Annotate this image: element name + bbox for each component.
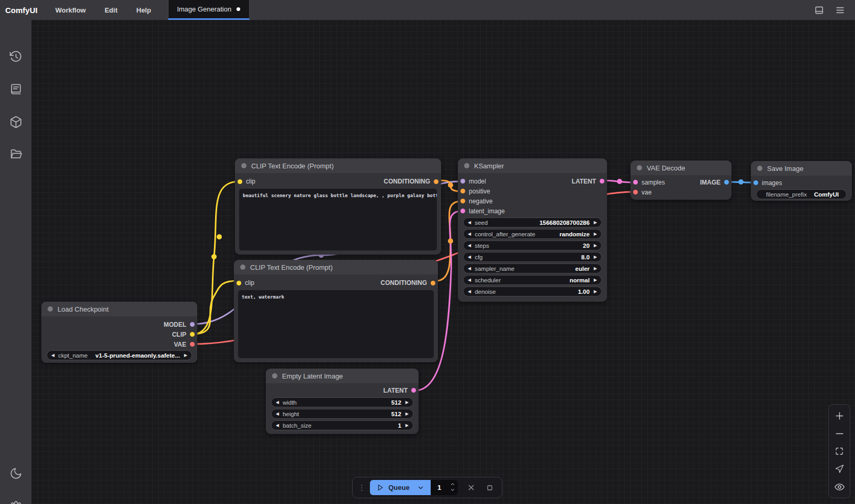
decrement-arrow-icon[interactable]: ◀: [468, 232, 471, 236]
node-empty-latent-image[interactable]: Empty Latent Image LATENT ◀ width 512 ▶ …: [266, 369, 419, 434]
increment-arrow-icon[interactable]: ▶: [594, 290, 597, 294]
widget-filename-prefix[interactable]: filename_prefix ComfyUI: [756, 189, 847, 199]
toggle-bottom-panel-icon[interactable]: [811, 2, 827, 18]
input-port-images[interactable]: [753, 180, 758, 185]
collapse-dot-icon[interactable]: [464, 163, 469, 168]
decrement-arrow-icon[interactable]: ◀: [468, 290, 471, 294]
model-library-cube-icon[interactable]: [5, 111, 26, 132]
widget-control-after-generate[interactable]: ◀ control_after_generate randomize ▶: [463, 229, 602, 239]
widget-batch-size[interactable]: ◀ batch_size 1 ▶: [271, 420, 413, 430]
decrement-arrow-icon[interactable]: ◀: [468, 244, 471, 248]
fit-view-icon[interactable]: [833, 444, 846, 458]
input-port-negative[interactable]: [460, 199, 465, 203]
hamburger-menu-icon[interactable]: [832, 2, 848, 18]
node-title-bar[interactable]: VAE Decode: [631, 161, 732, 175]
drag-handle-icon[interactable]: ⋮: [358, 483, 366, 492]
node-load-checkpoint[interactable]: Load Checkpoint MODEL CLIP VAE ◀ ckpt_na…: [41, 302, 197, 363]
output-port-image[interactable]: [724, 180, 729, 185]
increment-arrow-icon[interactable]: ▶: [594, 244, 597, 248]
zoom-in-icon[interactable]: [833, 409, 846, 422]
prompt-textarea[interactable]: text, watermark: [238, 290, 434, 358]
output-port-conditioning[interactable]: [434, 179, 438, 184]
collapse-dot-icon[interactable]: [637, 165, 642, 170]
node-save-image[interactable]: Save Image images filename_prefix ComfyU…: [751, 161, 852, 201]
decrement-arrow-icon[interactable]: ◀: [276, 423, 279, 428]
increment-arrow-icon[interactable]: ▶: [406, 400, 409, 405]
spinner-down-icon[interactable]: [450, 487, 455, 492]
input-port-vae[interactable]: [633, 190, 638, 194]
chevron-down-icon[interactable]: [417, 484, 424, 491]
output-port-clip[interactable]: [190, 332, 195, 337]
output-port-model[interactable]: [190, 322, 195, 327]
collapse-dot-icon[interactable]: [240, 265, 245, 270]
node-vae-decode[interactable]: VAE Decode samples IMAGE vae: [631, 161, 732, 200]
output-port-conditioning[interactable]: [431, 281, 435, 285]
increment-arrow-icon[interactable]: ▶: [594, 278, 597, 282]
queue-button[interactable]: Queue: [370, 480, 431, 495]
collapse-dot-icon[interactable]: [241, 163, 246, 168]
node-title-bar[interactable]: Load Checkpoint: [41, 302, 197, 316]
decrement-arrow-icon[interactable]: ◀: [468, 267, 471, 271]
select-mode-arrow-icon[interactable]: [833, 462, 846, 476]
node-title-bar[interactable]: Save Image: [751, 161, 852, 176]
workflows-folder-icon[interactable]: [5, 143, 26, 164]
logs-icon[interactable]: [5, 78, 26, 99]
node-clip-text-encode-positive[interactable]: CLIP Text Encode (Prompt) clip CONDITION…: [235, 158, 441, 255]
node-title-bar[interactable]: CLIP Text Encode (Prompt): [235, 158, 441, 173]
node-clip-text-encode-negative[interactable]: CLIP Text Encode (Prompt) clip CONDITION…: [234, 260, 438, 362]
batch-count-field[interactable]: [431, 480, 458, 495]
increment-arrow-icon[interactable]: ▶: [594, 221, 597, 225]
next-option-arrow-icon[interactable]: ▶: [184, 353, 187, 358]
widget-width[interactable]: ◀ width 512 ▶: [271, 397, 413, 407]
widget-scheduler[interactable]: ◀ scheduler normal ▶: [463, 275, 602, 285]
output-port-latent[interactable]: [411, 388, 416, 393]
collapse-dot-icon[interactable]: [272, 373, 277, 379]
decrement-arrow-icon[interactable]: ◀: [468, 255, 471, 259]
input-port-positive[interactable]: [460, 189, 465, 193]
prompt-textarea[interactable]: beautiful scenery nature glass bottle la…: [239, 189, 437, 250]
settings-gear-icon[interactable]: [5, 497, 26, 504]
input-port-model[interactable]: [460, 179, 465, 184]
node-title-bar[interactable]: KSampler: [458, 158, 607, 173]
input-port-clip[interactable]: [238, 179, 242, 184]
decrement-arrow-icon[interactable]: ◀: [468, 221, 471, 225]
menu-workflow[interactable]: Workflow: [46, 0, 95, 20]
node-title-bar[interactable]: CLIP Text Encode (Prompt): [234, 260, 438, 274]
input-port-clip[interactable]: [237, 281, 241, 285]
collapse-dot-icon[interactable]: [48, 306, 53, 312]
widget-steps[interactable]: ◀ steps 20 ▶: [463, 240, 602, 250]
theme-moon-icon[interactable]: [5, 463, 26, 484]
increment-arrow-icon[interactable]: ▶: [594, 232, 597, 236]
clear-queue-icon[interactable]: [465, 480, 478, 495]
stop-icon[interactable]: [483, 480, 497, 495]
input-port-samples[interactable]: [633, 180, 638, 185]
tab-image-generation[interactable]: Image Generation: [168, 0, 250, 20]
increment-arrow-icon[interactable]: ▶: [406, 412, 409, 416]
batch-count-input[interactable]: [431, 484, 447, 491]
toggle-link-visibility-eye-icon[interactable]: [833, 480, 846, 494]
decrement-arrow-icon[interactable]: ◀: [276, 412, 279, 416]
input-port-latent-image[interactable]: [460, 209, 465, 213]
menu-help[interactable]: Help: [127, 0, 161, 20]
menu-edit[interactable]: Edit: [95, 0, 127, 20]
spinner-up-icon[interactable]: [450, 482, 455, 487]
zoom-out-icon[interactable]: [833, 427, 846, 440]
increment-arrow-icon[interactable]: ▶: [594, 267, 597, 271]
prev-option-arrow-icon[interactable]: ◀: [51, 353, 54, 358]
node-graph-canvas[interactable]: [31, 20, 855, 504]
output-port-latent[interactable]: [600, 179, 604, 184]
widget-denoise[interactable]: ◀ denoise 1.00 ▶: [463, 287, 602, 296]
widget-sampler-name[interactable]: ◀ sampler_name euler ▶: [463, 264, 602, 273]
widget-height[interactable]: ◀ height 512 ▶: [271, 409, 413, 419]
widget-ckpt-name[interactable]: ◀ ckpt_name v1-5-pruned-emaonly.safete..…: [47, 350, 192, 360]
decrement-arrow-icon[interactable]: ◀: [468, 278, 471, 282]
decrement-arrow-icon[interactable]: ◀: [276, 400, 279, 405]
increment-arrow-icon[interactable]: ▶: [406, 423, 409, 428]
widget-cfg[interactable]: ◀ cfg 8.0 ▶: [463, 252, 602, 262]
widget-seed[interactable]: ◀ seed 156680208700286 ▶: [463, 217, 602, 227]
increment-arrow-icon[interactable]: ▶: [594, 255, 597, 259]
output-port-vae[interactable]: [190, 342, 195, 347]
node-ksampler[interactable]: KSampler model LATENT positive negative …: [458, 158, 607, 302]
collapse-dot-icon[interactable]: [757, 166, 762, 171]
history-icon[interactable]: [5, 46, 26, 67]
